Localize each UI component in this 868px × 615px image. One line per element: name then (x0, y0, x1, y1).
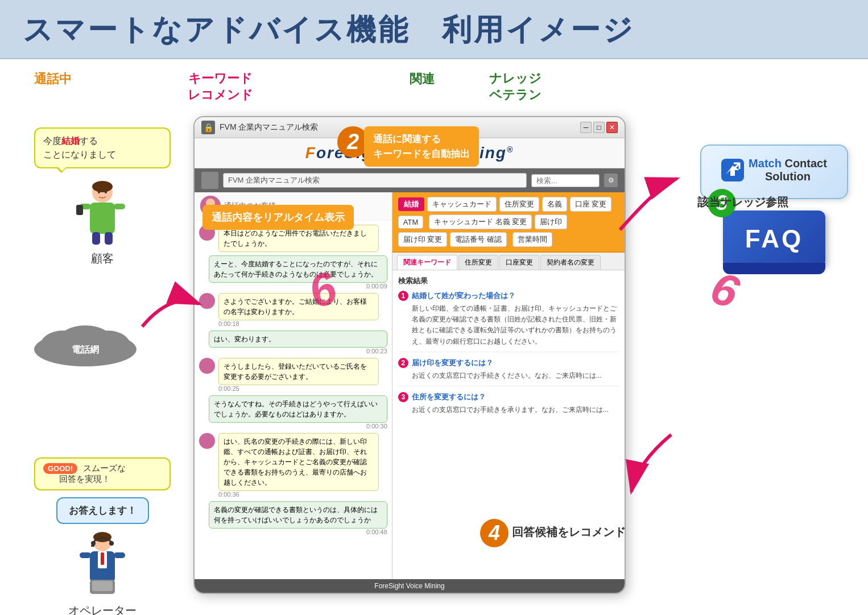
page-header: スマートなアドバイス機能 利用イメージ (0, 0, 868, 59)
window-controls: ─ □ ✕ (580, 122, 618, 133)
chat-messages: 本日はどのようなご用件でお電話いただきましたでしょうか。 えーと、今度結婚するこ… (195, 220, 392, 579)
chat-bubble-4: そうしましたら、登録いただいているご氏名を変更する必要がございます。 (218, 358, 379, 385)
svg-point-17 (91, 541, 96, 546)
chat-row-4: そうしましたら、登録いただいているご氏名を変更する必要がございます。 0:00:… (199, 358, 387, 392)
answer-bubble: お答えします！ (56, 497, 149, 524)
customer-area: 今度結婚することになりまして (34, 127, 171, 266)
chat-time-1: 0:00:09 (199, 283, 387, 290)
chat-avatar-4 (199, 358, 215, 374)
keyword-stamp-change[interactable]: 届け印 変更 (398, 232, 448, 247)
maximize-button[interactable]: □ (593, 122, 605, 133)
customer-figure: 顧客 (34, 180, 171, 266)
tab-address-change[interactable]: 住所変更 (458, 255, 498, 270)
chat-row-6: はい、氏名の変更の手続きの際には、新しい印鑑、すべての通帳および証書、お届け印、… (199, 433, 387, 498)
label-keyword-recommend: キーワード レコメンド (188, 71, 253, 103)
chat-avatar-6 (199, 433, 215, 449)
chat-content-5: そうなんですね。その手続きはどうやって行えばいいでしょうか。必要なものはどはあり… (199, 395, 387, 430)
good-badge: GOOD! (43, 463, 77, 474)
chat-row-1: えーと、今度結婚することになったのですが、それにあたって何か手続きのようなものは… (199, 255, 387, 290)
svg-point-9 (105, 191, 107, 193)
faq-q-text-1[interactable]: 届け印を変更するには？ (412, 358, 493, 368)
faq-q-text-0[interactable]: 結婚して姓が変わった場合は？ (412, 291, 515, 301)
highlight-kekkon: 結婚 (61, 136, 80, 146)
chat-content-7: 名義の変更が確認できる書類というのは、具体的には何を持っていけばいいでしょうかあ… (199, 501, 387, 535)
mcs-logo: Match Contact Solution (715, 157, 833, 183)
chat-bubble-5: そうなんですね。その手続きはどうやって行えばいいでしょうか。必要なものはどはあり… (209, 395, 387, 423)
step4-label: 回答候補をレコメンド (512, 525, 626, 540)
chat-row-2: さようでございますか。ご結婚により、お客様の名字は変わりますか。 0:00:18 (199, 293, 387, 327)
faq-tabs: 関連キーワード 住所変更 口座変更 契約者名の変更 (392, 253, 625, 270)
app-window: 🔒 FVM 企業内マニュアル検索 ─ □ ✕ ForeSight Voice M… (193, 116, 626, 594)
faq-item-0: 1 結婚して姓が変わった場合は？ 新しい印鑑、全ての通帳・証書、お届け印、キャッ… (398, 291, 619, 352)
arrow-customer-to-window (137, 281, 205, 338)
minimize-button[interactable]: ─ (580, 122, 592, 133)
realtime-label: 通話内容をリアルタイム表示 (202, 205, 354, 230)
keyword-name[interactable]: 名義 (542, 197, 567, 212)
keyword-address-change[interactable]: 住所変更 (499, 197, 539, 212)
chat-time-7: 0:00:48 (199, 529, 387, 535)
faq-q-num-2: 3 (398, 392, 408, 402)
chat-row-7: 名義の変更が確認できる書類というのは、具体的には何を持っていけばいいでしょうかあ… (199, 501, 387, 535)
keyword-kekkon[interactable]: 結婚 (398, 197, 424, 211)
chat-bubble-3: はい、変わります。 (209, 331, 387, 348)
keyword-account-change[interactable]: 口座 変更 (570, 197, 612, 212)
label-knowledge-veteran: ナレッジ ベテラン (489, 71, 542, 103)
chat-bubble-6: はい、氏名の変更の手続きの際には、新しい印鑑、すべての通帳および証書、お届け印、… (218, 433, 379, 491)
svg-point-8 (98, 191, 100, 193)
svg-rect-6 (92, 232, 100, 245)
app-window-title: FVM 企業内マニュアル検索 (220, 122, 318, 133)
smooth-answer-bubble: GOOD! スムーズな 回答を実現！ (34, 457, 171, 490)
svg-point-13 (57, 325, 114, 360)
svg-rect-4 (114, 204, 125, 209)
faq-q-text-2[interactable]: 住所を変更するには？ (412, 392, 486, 402)
keyword-stamp[interactable]: 届け印 (535, 214, 567, 229)
svg-point-1 (92, 181, 113, 192)
keywords-bar: 結婚 キャッシュカード 住所変更 名義 口座 変更 ATM キャッシュカード 名… (392, 192, 625, 253)
content-split: 通話中のお客様 本日はどのようなご用件でお電話いただきましたでしょうか。 えーと… (195, 192, 625, 579)
faq-question-0: 1 結婚して姓が変わった場合は？ (398, 291, 619, 301)
label-tsuwacyu: 通話中 (34, 71, 72, 88)
search-input[interactable] (531, 174, 600, 187)
tab-contract-name-change[interactable]: 契約者名の変更 (540, 255, 601, 270)
chat-row-3: はい、変わります。 0:00:23 (199, 331, 387, 354)
chat-bubble-1: えーと、今度結婚することになったのですが、それにあたって何か手続きのようなものは… (209, 255, 387, 283)
svg-rect-22 (101, 552, 104, 565)
label-kanren: 関連 (410, 71, 435, 88)
operator-avatar-svg (74, 530, 131, 598)
close-button[interactable]: ✕ (606, 122, 618, 133)
svg-rect-5 (76, 205, 83, 215)
chat-time-2: 0:00:18 (218, 320, 387, 327)
app-search-bar: FVM 企業内マニュアル検索 ⚙ (195, 168, 625, 192)
chat-time-4: 0:00:25 (218, 385, 387, 392)
step3-label: 該当ナレッジ参照 (697, 195, 788, 210)
app-title-area: 🔒 FVM 企業内マニュアル検索 (201, 121, 318, 134)
svg-rect-26 (92, 581, 113, 591)
step2-label-box: 通話に関連する キーワードを自動抽出 (364, 126, 479, 167)
chat-bubble-2: さようでございますか。ご結婚により、お客様の名字は変わりますか。 (218, 293, 379, 320)
svg-rect-19 (91, 545, 94, 547)
svg-rect-7 (105, 232, 113, 245)
svg-rect-23 (80, 552, 91, 558)
chat-time-3: 0:00:23 (199, 348, 387, 354)
chat-content-2: さようでございますか。ご結婚により、お客様の名字は変わりますか。 0:00:18 (218, 293, 387, 327)
keyword-card-name-change[interactable]: キャッシュカード 名義 変更 (429, 214, 532, 229)
tab-account-change[interactable]: 口座変更 (499, 255, 539, 270)
label-operator: オペレーター (34, 603, 171, 615)
keyword-cash-card[interactable]: キャッシュカード (427, 197, 497, 212)
nav-icon (201, 172, 218, 189)
svg-text:電話網: 電話網 (72, 344, 99, 354)
tab-related-keywords[interactable]: 関連キーワード (397, 255, 457, 270)
faq-answer-0: 新しい印鑑、全ての通帳・証書、お届け印、キャッシュカードとご名義の変更が確認でき… (398, 303, 619, 347)
step4-circle: 4 (480, 519, 509, 547)
keyword-atm[interactable]: ATM (398, 216, 423, 229)
svg-rect-2 (90, 203, 115, 234)
chat-row-5: そうなんですね。その手続きはどうやって行えばいいでしょうか。必要なものはどはあり… (199, 395, 387, 430)
arrow-faq-to-window (626, 429, 683, 497)
svg-point-18 (109, 541, 114, 546)
mcs-logo-icon (721, 159, 744, 181)
app-footer: ForeSight Voice Mining (195, 579, 625, 593)
mcs-title: Match Contact Solution (749, 157, 827, 183)
keyword-phone-check[interactable]: 電話番号 確認 (450, 232, 507, 247)
keyword-business-hours[interactable]: 営業時間 (512, 232, 552, 247)
mcs-title-solution: Solution (749, 170, 827, 183)
